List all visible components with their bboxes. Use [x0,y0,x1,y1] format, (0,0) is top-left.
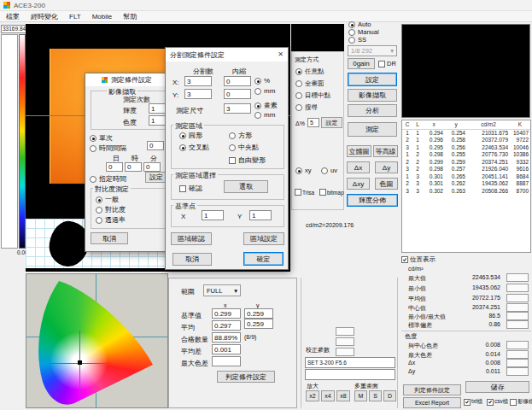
check-position-display[interactable]: 位置表示 [401,255,436,264]
cie-diagram[interactable] [26,273,168,408]
zoom-x4-button[interactable]: x4 [321,390,335,401]
radio-single[interactable]: 單次 [90,133,113,143]
radio-xy[interactable]: xy [295,167,312,174]
raw-camera-image[interactable] [401,24,530,118]
judge-condition-button-2[interactable]: 判定條件設定 [217,371,275,383]
y-division-input[interactable] [184,89,212,99]
radio-center-point[interactable]: 中央點 [229,143,259,152]
menu-flt[interactable]: FLT [69,13,81,20]
pick-button[interactable]: 選取 [224,180,268,193]
day-input[interactable] [106,162,123,172]
check-csv-file[interactable]: csv檔 [487,398,508,406]
measure-button[interactable]: 測定 [348,122,397,137]
check-confirm[interactable]: 確認 [179,184,202,193]
check-trisa[interactable]: Trisa [295,189,314,196]
analyze-button[interactable]: 分析 [348,104,397,117]
area-confirm-button[interactable]: 區域確認 [171,232,212,245]
radio-cross-point[interactable]: 交叉點 [179,143,209,152]
radio-mm[interactable]: mm [254,87,275,95]
table-row[interactable]: 120.2980.25520776.73010386 [402,151,530,159]
chroma-count-input[interactable] [149,115,166,126]
excel-report-button[interactable]: Excel Report [403,397,461,408]
delta-xy-button[interactable]: Δxy [347,178,370,190]
table-row[interactable]: 220.2990.25920374.2519332 [402,159,530,167]
pass-count-input[interactable] [212,332,241,343]
check-free-form[interactable]: 自由變形 [229,155,266,165]
avg-diff-input[interactable] [212,344,241,354]
multi-d-button[interactable]: D [383,390,396,401]
delta-x-button[interactable]: Δx [347,161,370,173]
radio-timed[interactable]: 指定時間 [90,174,126,184]
radio-uv[interactable]: uv [321,167,337,174]
menu-mobile[interactable]: Mobile [92,13,113,20]
dialog-title-bar[interactable]: 分割測定條件設定 [166,48,288,62]
radio-manual[interactable]: Manual [348,28,379,36]
table-row[interactable]: 330.3020.26320508.2668700 [402,188,530,196]
table-row[interactable]: 110.2940.25421031.67510407 [402,129,530,137]
check-txt-file[interactable]: txt檔 [464,398,482,406]
max-diff-input[interactable] [212,356,241,366]
table-row[interactable]: 230.3010.26219435.0628887 [402,180,530,188]
multi-m-button[interactable]: M [354,390,367,401]
ref-x-input[interactable] [212,308,241,319]
delta-percent-input[interactable] [307,118,319,127]
interval-input[interactable] [147,141,164,150]
ref-y-input[interactable] [244,308,273,319]
save-button[interactable]: 儲存 [465,381,529,393]
table-row[interactable]: 210.2960.25820372.0799722 [402,137,530,144]
judge-condition-button[interactable]: 判定條件設定 [403,384,461,395]
colormap-button[interactable]: 色圖 [375,178,398,190]
multi-s-button[interactable]: S [369,390,382,401]
x-inset-input[interactable] [224,76,251,86]
table-row[interactable]: 130.3010.26520451.1418684 [402,173,530,181]
radio-mm-size[interactable]: mm [254,111,275,119]
split-cancel-button[interactable]: 取消 [172,253,212,266]
hour-input[interactable] [125,162,142,172]
radio-normal[interactable]: 一般 [96,195,119,204]
base-y-input[interactable] [249,210,272,220]
delta-set-button[interactable]: 設定 [321,117,342,128]
luminance-count-input[interactable] [149,103,166,114]
split-ok-button[interactable]: 確定 [243,252,284,266]
radio-search[interactable]: 搜尋 [295,103,318,112]
radio-contrast[interactable]: 對比度 [96,205,126,214]
delta-y-button[interactable]: Δy [375,161,398,173]
set-button[interactable]: 設定 [348,73,397,86]
radio-target-center[interactable]: 目標中點 [295,91,330,100]
minute-input[interactable] [143,162,161,172]
zoom-x2-button[interactable]: x2 [306,390,319,401]
y-inset-input[interactable] [224,89,251,99]
radio-percent[interactable]: % [254,77,270,85]
radio-interval[interactable]: 時間間隔 [90,144,126,153]
radio-any-point[interactable]: 任意點 [295,67,324,76]
avg-x-input[interactable] [212,320,241,331]
radio-pixel[interactable]: 畫素 [254,101,278,110]
menu-file[interactable]: 檔案 [6,12,20,21]
contour-button[interactable]: 等高線 [373,145,398,157]
radio-ss[interactable]: SS [348,36,366,44]
table-row[interactable]: 320.2980.25721926.0409616 [402,166,530,173]
radio-circle[interactable]: 圓形 [179,131,202,140]
check-dr[interactable]: DR [378,60,396,67]
dialog-title-bar[interactable]: 測定條件設定 [85,73,170,86]
base-x-input[interactable] [202,210,224,220]
shutter-dropdown[interactable]: 1/8 292 ▾ [348,45,397,56]
check-image-file[interactable]: 影像檔 [510,398,532,406]
radio-square[interactable]: 方形 [229,131,252,140]
menu-trend[interactable]: 經時變化 [31,12,58,21]
zero-gain-button[interactable]: 0gain [348,58,375,69]
solid-view-button[interactable]: 立體圖 [347,145,371,157]
radio-auto[interactable]: Auto [348,20,371,28]
radio-full-screen[interactable]: 全畫面 [295,79,324,88]
size-input[interactable] [224,103,251,114]
measure-cancel-button[interactable]: 取消 [91,232,128,244]
area-set-button[interactable]: 區域設定 [243,232,284,245]
x-division-input[interactable] [184,76,212,86]
zoom-x8-button[interactable]: x8 [336,390,350,401]
capture-button[interactable]: 影像擷取 [348,89,397,102]
check-bitmap[interactable]: bitmap [319,189,344,196]
table-row[interactable]: 310.2950.25622463.53410046 [402,144,530,152]
avg-y-input[interactable] [244,319,273,329]
menu-help[interactable]: 幫助 [123,12,137,21]
radio-transmittance[interactable]: 透過率 [96,215,126,225]
